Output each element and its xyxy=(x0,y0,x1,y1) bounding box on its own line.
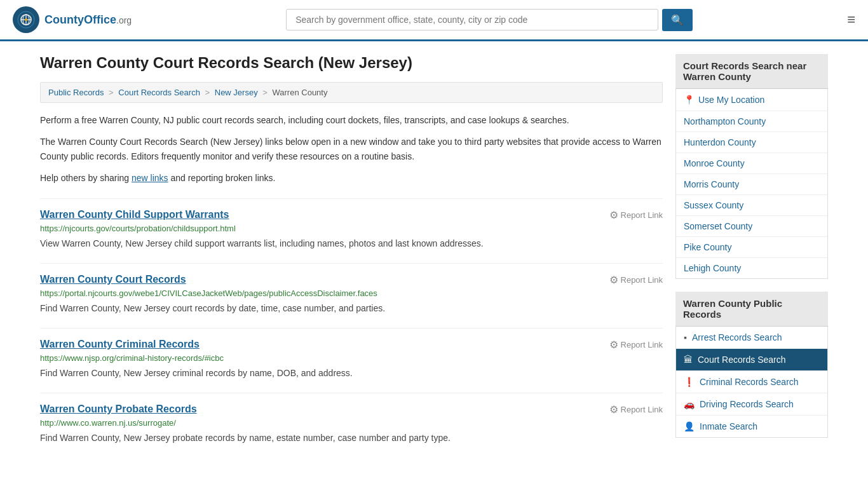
public-records-item: 👤 Inmate Search xyxy=(676,416,827,437)
nearby-county-link-4[interactable]: Sussex County xyxy=(676,195,827,215)
content-area: Warren County Court Records Search (New … xyxy=(40,54,663,451)
nearby-county-item: Morris County xyxy=(676,174,827,195)
nearby-county-link-3[interactable]: Morris County xyxy=(676,174,827,194)
report-link-1[interactable]: ⚙ Report Link xyxy=(609,274,663,286)
nearby-county-link-2[interactable]: Monroe County xyxy=(676,153,827,173)
breadcrumb-sep-3: > xyxy=(262,88,268,97)
public-records-link-2[interactable]: ❗ Criminal Records Search xyxy=(676,371,827,393)
svg-point-5 xyxy=(25,18,27,21)
public-records-item: 🚗 Driving Records Search xyxy=(676,393,827,416)
nearby-county-item: Pike County xyxy=(676,237,827,258)
sidebar-label-1: Court Records Search xyxy=(698,355,786,365)
report-link-2[interactable]: ⚙ Report Link xyxy=(609,339,663,351)
result-title-3[interactable]: Warren County Probate Records xyxy=(40,403,197,415)
nearby-county-item: Somerset County xyxy=(676,216,827,237)
public-records-item: ❗ Criminal Records Search xyxy=(676,371,827,393)
new-links-link[interactable]: new links xyxy=(132,173,168,183)
breadcrumb-court-records-search[interactable]: Court Records Search xyxy=(118,88,200,97)
result-item: Warren County Court Records ⚙ Report Lin… xyxy=(40,263,663,315)
report-link-0[interactable]: ⚙ Report Link xyxy=(609,209,663,221)
result-url-3: http://www.co.warren.nj.us/surrogate/ xyxy=(40,418,663,428)
search-area: 🔍 xyxy=(286,9,693,31)
pin-icon: 📍 xyxy=(684,95,695,105)
breadcrumb-warren-county: Warren County xyxy=(273,88,328,97)
sidebar-label-2: Criminal Records Search xyxy=(700,377,799,387)
menu-button[interactable]: ≡ xyxy=(847,13,855,27)
nearby-list: Northampton CountyHunterdon CountyMonroe… xyxy=(675,111,828,279)
public-records-link-3[interactable]: 🚗 Driving Records Search xyxy=(676,393,827,415)
nearby-county-item: Lehigh County xyxy=(676,258,827,278)
result-desc-1: Find Warren County, New Jersey court rec… xyxy=(40,302,663,315)
result-url-0: https://njcourts.gov/courts/probation/ch… xyxy=(40,224,663,233)
public-records-item: 🏛 Court Records Search xyxy=(676,349,827,371)
result-desc-0: View Warren County, New Jersey child sup… xyxy=(40,237,663,250)
breadcrumb: Public Records > Court Records Search > … xyxy=(40,82,663,103)
nearby-county-item: Hunterdon County xyxy=(676,132,827,153)
result-title-1[interactable]: Warren County Court Records xyxy=(40,274,186,285)
result-item: Warren County Child Support Warrants ⚙ R… xyxy=(40,198,663,250)
public-records-section: Warren County Public Records ▪ Arrest Re… xyxy=(675,292,828,438)
nearby-section: Court Records Search near Warren County … xyxy=(675,54,828,279)
result-item: Warren County Probate Records ⚙ Report L… xyxy=(40,393,663,445)
report-icon-0: ⚙ xyxy=(609,209,618,221)
report-label-2: Report Link xyxy=(621,340,663,349)
nearby-county-item: Sussex County xyxy=(676,195,827,216)
nearby-county-link-6[interactable]: Pike County xyxy=(676,237,827,257)
public-records-link-0[interactable]: ▪ Arrest Records Search xyxy=(676,327,827,348)
nearby-county-link-7[interactable]: Lehigh County xyxy=(676,258,827,278)
nearby-header: Court Records Search near Warren County xyxy=(675,54,828,89)
sidebar-label-4: Inmate Search xyxy=(700,421,757,431)
description-para2: The Warren County Court Records Search (… xyxy=(40,135,663,163)
result-url-1: https://portal.njcourts.gov/webe1/CIVILC… xyxy=(40,288,663,298)
desc-para3-prefix: Help others by sharing xyxy=(40,173,132,183)
report-icon-1: ⚙ xyxy=(609,274,618,286)
public-records-link-4[interactable]: 👤 Inmate Search xyxy=(676,416,827,437)
logo-text: CountyOffice.org xyxy=(44,13,132,27)
breadcrumb-new-jersey[interactable]: New Jersey xyxy=(215,88,258,97)
result-title-0[interactable]: Warren County Child Support Warrants xyxy=(40,209,229,220)
nearby-county-link-0[interactable]: Northampton County xyxy=(676,111,827,132)
sidebar-label-0: Arrest Records Search xyxy=(692,332,782,342)
public-records-link-1[interactable]: 🏛 Court Records Search xyxy=(676,349,827,370)
description-para3: Help others by sharing new links and rep… xyxy=(40,171,663,185)
report-icon-3: ⚙ xyxy=(609,403,618,416)
sidebar-icon-3: 🚗 xyxy=(684,399,695,409)
header: CountyOffice.org 🔍 ≡ xyxy=(0,0,868,41)
nearby-county-link-1[interactable]: Hunterdon County xyxy=(676,132,827,152)
result-header: Warren County Criminal Records ⚙ Report … xyxy=(40,339,663,351)
sidebar-label-3: Driving Records Search xyxy=(700,399,794,409)
result-url-2: https://www.njsp.org/criminal-history-re… xyxy=(40,353,663,363)
report-link-3[interactable]: ⚙ Report Link xyxy=(609,403,663,416)
sidebar-icon-1: 🏛 xyxy=(684,355,693,365)
report-label-0: Report Link xyxy=(621,210,663,220)
result-desc-3: Find Warren County, New Jersey probate r… xyxy=(40,431,663,445)
result-header: Warren County Child Support Warrants ⚙ R… xyxy=(40,209,663,221)
result-header: Warren County Court Records ⚙ Report Lin… xyxy=(40,274,663,286)
public-records-item: ▪ Arrest Records Search xyxy=(676,327,827,349)
header-right: ≡ xyxy=(847,13,855,27)
use-location-row[interactable]: 📍 Use My Location xyxy=(675,89,828,111)
results-container: Warren County Child Support Warrants ⚙ R… xyxy=(40,198,663,445)
sidebar-icon-4: 👤 xyxy=(684,421,695,431)
result-item: Warren County Criminal Records ⚙ Report … xyxy=(40,328,663,380)
public-records-list: ▪ Arrest Records Search 🏛 Court Records … xyxy=(675,327,828,438)
search-input[interactable] xyxy=(286,9,658,30)
breadcrumb-sep-1: > xyxy=(109,88,114,97)
logo-area: CountyOffice.org xyxy=(13,6,132,33)
breadcrumb-sep-2: > xyxy=(205,88,210,97)
report-label-3: Report Link xyxy=(621,405,663,414)
search-button[interactable]: 🔍 xyxy=(662,9,693,31)
description-para1: Perform a free Warren County, NJ public … xyxy=(40,113,663,127)
main-container: Warren County Court Records Search (New … xyxy=(27,41,841,463)
nearby-county-item: Monroe County xyxy=(676,153,827,174)
result-header: Warren County Probate Records ⚙ Report L… xyxy=(40,403,663,416)
breadcrumb-public-records[interactable]: Public Records xyxy=(48,88,104,97)
sidebar-icon-0: ▪ xyxy=(684,332,687,342)
nearby-county-link-5[interactable]: Somerset County xyxy=(676,216,827,236)
page-title: Warren County Court Records Search (New … xyxy=(40,54,663,72)
result-title-2[interactable]: Warren County Criminal Records xyxy=(40,339,200,350)
desc-para3-suffix: and reporting broken links. xyxy=(168,173,276,183)
sidebar: Court Records Search near Warren County … xyxy=(675,54,828,451)
use-location-link[interactable]: Use My Location xyxy=(698,95,764,105)
sidebar-icon-2: ❗ xyxy=(684,377,695,387)
